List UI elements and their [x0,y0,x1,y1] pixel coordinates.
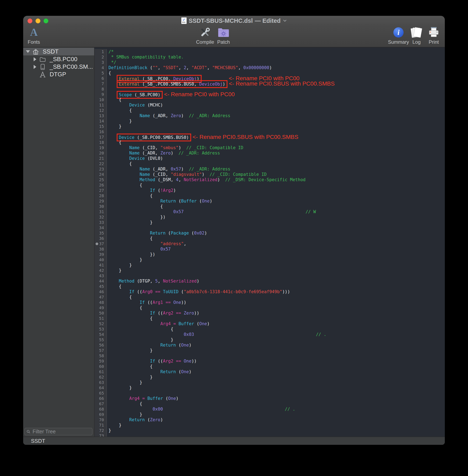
code-line: 20 Name (_ADR, Zero) // _ADR: Address [95,150,445,156]
tree-item-label: DTGP [50,71,66,78]
tree-item-sb-pc00-smbs[interactable]: _SB.PC00.SM... [23,63,94,71]
sidebar: SSDT _SB.PC00 [23,47,95,437]
code-line: 42 } [95,268,445,273]
line-number: 4 [95,65,107,70]
print-button[interactable]: Print [422,26,445,45]
code-text: } [107,412,142,417]
status-bar: SSDT [23,437,445,445]
tree-item-dtgp[interactable]: DTGP [23,71,94,78]
code-text: Return (Buffer (One) [107,198,212,204]
chevron-down-icon[interactable] [283,19,287,22]
disclosure-expanded-icon[interactable] [24,50,31,53]
code-line: 66 Arg4 = Buffer (One) [95,396,445,401]
code-text: } [107,118,132,124]
code-text: Device (_SB.PC00.SMBS.BUS0)<- Rename PCI… [107,134,298,140]
code-text: Name (_ADR, 0x57) // _ADR: Address [107,166,230,172]
line-number: 60 [95,364,107,369]
code-line: 25 Method (_DSM, 4, NotSerialized) // _D… [95,177,445,182]
line-number: 6 [95,76,107,81]
code-text: { [107,364,153,369]
line-number: 59 [95,358,107,364]
code-text: Return (Package (0x02) [107,230,207,236]
code-line: 39 }) [95,252,445,257]
minimize-button[interactable] [35,18,40,23]
tree-item-label: SSDT [43,48,58,55]
method-icon [39,71,46,78]
code-text: } [107,337,173,342]
code-text: Method (_DSM, 4, NotSerialized) // _DSM:… [107,177,306,182]
patch-folder-icon [218,26,230,39]
code-line: 55 } [95,337,445,342]
traffic-lights [28,18,48,23]
code-line: 43 [95,273,445,278]
code-text: { [107,182,142,188]
line-number: 70 [95,417,107,422]
line-number: 43 [95,273,107,278]
code-text: { [107,305,142,311]
code-line: 49 { [95,305,445,311]
line-number: 27 [95,188,107,193]
line-marker-dot [96,242,98,245]
line-number: 36 [95,236,107,241]
disclosure-collapsed-icon[interactable] [31,65,38,69]
line-number: 61 [95,369,107,374]
code-line: 48 If ((Arg1 == One)) [95,300,445,305]
patch-button[interactable]: Patch [211,26,236,45]
code-line: 12 { [95,108,445,113]
code-text: { [107,140,121,145]
main-content: SSDT _SB.PC00 [23,47,445,437]
code-line: 34 [95,225,445,230]
document-proxy-icon[interactable]: ✓ DSL [181,17,187,24]
line-number: 55 [95,337,107,342]
zoom-button[interactable] [44,18,48,23]
code-line: 22 { [95,161,445,166]
line-number: 71 [95,422,107,428]
code-text: If (!Arg2) [107,188,176,193]
code-line: 65 [95,390,445,396]
line-number: 8 [95,86,107,92]
line-number: 16 [95,129,107,134]
code-text: } [107,257,142,262]
code-line: 15 } [95,124,445,129]
line-number: 65 [95,390,107,396]
fonts-button[interactable]: A Fonts [23,26,46,45]
close-button[interactable] [28,18,32,23]
tree-item-ssdt[interactable]: SSDT [23,48,94,55]
line-number: 38 [95,246,107,252]
code-line: 40 } [95,257,445,262]
tree-item-sb-pc00[interactable]: _SB.PC00 [23,55,94,63]
code-line: 69 } [95,412,445,417]
code-line: 31 0x57 // W [95,209,445,214]
print-label: Print [429,39,439,45]
code-text: /* [107,49,114,54]
fonts-icon: A [30,26,38,39]
line-number: 31 [95,209,107,214]
line-number: 42 [95,268,107,273]
filter-tree-input[interactable] [32,428,90,435]
code-line: 4DefinitionBlock ("", "SSDT", 2, "ACDT",… [95,65,445,70]
code-line: 73 [95,433,445,437]
filter-tree-field[interactable] [24,428,92,435]
title-filename: SSDT-SBUS-MCHC.dsl [189,17,253,24]
line-number: 30 [95,204,107,209]
code-line: 19 Name (_CID, "smbus") // _CID: Compati… [95,145,445,150]
line-number: 56 [95,342,107,348]
line-number: 41 [95,262,107,268]
disclosure-collapsed-icon[interactable] [31,57,38,61]
folder-icon [39,56,46,63]
code-line: 26 { [95,182,445,188]
compile-tools-icon [199,26,211,39]
line-number: 34 [95,225,107,230]
code-text: } [107,380,142,385]
code-editor[interactable]: 1/*2 * SMBus compatibility table.3 */4De… [95,47,445,437]
code-text: { [107,108,132,113]
line-number: 49 [95,305,107,311]
code-line: 30 { [95,204,445,209]
code-line: 41 } [95,262,445,268]
code-line: 70 Return (Zero) [95,417,445,422]
code-text: } [107,385,132,390]
code-line: 1/* [95,49,445,54]
code-text: Name (_ADR, Zero) // _ADR: Address [107,150,220,156]
code-line: 50 If ((Arg2 == Zero)) [95,311,445,316]
code-text: { [107,236,153,241]
